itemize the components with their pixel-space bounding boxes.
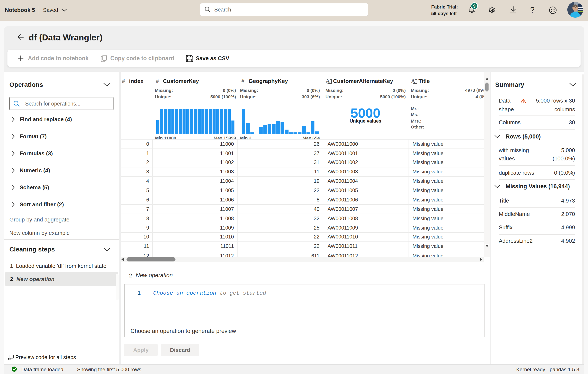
svg-text:A: A [411, 78, 415, 84]
svg-text:A: A [326, 78, 330, 84]
